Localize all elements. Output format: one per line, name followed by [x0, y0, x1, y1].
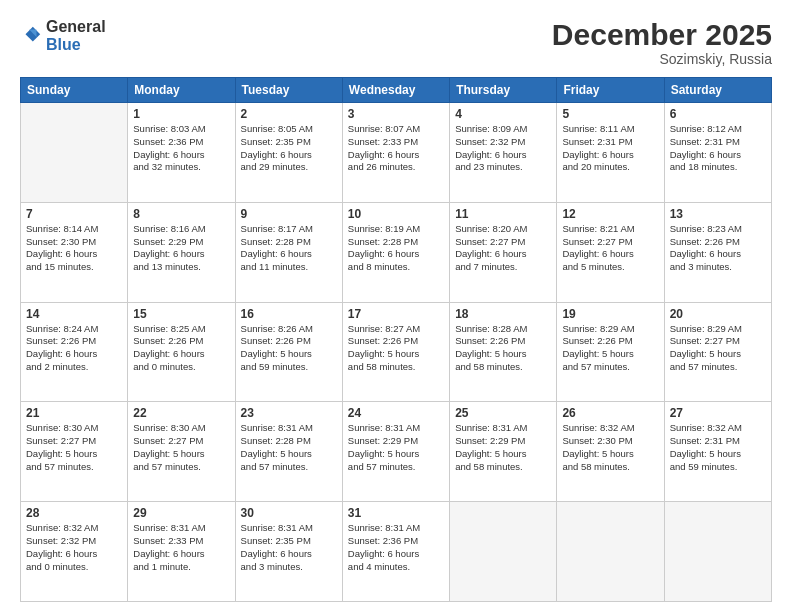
- calendar-day-cell: 30Sunrise: 8:31 AMSunset: 2:35 PMDayligh…: [235, 502, 342, 602]
- calendar-day-cell: [450, 502, 557, 602]
- day-info: Sunrise: 8:25 AMSunset: 2:26 PMDaylight:…: [133, 323, 229, 374]
- day-info: Sunrise: 8:31 AMSunset: 2:33 PMDaylight:…: [133, 522, 229, 573]
- calendar-day-header: Thursday: [450, 78, 557, 103]
- calendar-day-header: Sunday: [21, 78, 128, 103]
- day-info: Sunrise: 8:32 AMSunset: 2:32 PMDaylight:…: [26, 522, 122, 573]
- calendar-day-cell: [557, 502, 664, 602]
- day-number: 18: [455, 307, 551, 321]
- calendar-day-cell: 14Sunrise: 8:24 AMSunset: 2:26 PMDayligh…: [21, 302, 128, 402]
- title-section: December 2025 Sozimskiy, Russia: [552, 18, 772, 67]
- calendar-day-header: Tuesday: [235, 78, 342, 103]
- day-info: Sunrise: 8:27 AMSunset: 2:26 PMDaylight:…: [348, 323, 444, 374]
- day-number: 3: [348, 107, 444, 121]
- header: General Blue December 2025 Sozimskiy, Ru…: [20, 18, 772, 67]
- day-number: 12: [562, 207, 658, 221]
- calendar-day-cell: 19Sunrise: 8:29 AMSunset: 2:26 PMDayligh…: [557, 302, 664, 402]
- calendar-day-cell: 16Sunrise: 8:26 AMSunset: 2:26 PMDayligh…: [235, 302, 342, 402]
- day-number: 21: [26, 406, 122, 420]
- calendar-day-cell: 21Sunrise: 8:30 AMSunset: 2:27 PMDayligh…: [21, 402, 128, 502]
- calendar-day-cell: 31Sunrise: 8:31 AMSunset: 2:36 PMDayligh…: [342, 502, 449, 602]
- calendar-day-header: Saturday: [664, 78, 771, 103]
- day-number: 8: [133, 207, 229, 221]
- day-info: Sunrise: 8:11 AMSunset: 2:31 PMDaylight:…: [562, 123, 658, 174]
- day-info: Sunrise: 8:31 AMSunset: 2:35 PMDaylight:…: [241, 522, 337, 573]
- calendar-day-cell: 25Sunrise: 8:31 AMSunset: 2:29 PMDayligh…: [450, 402, 557, 502]
- calendar-day-cell: 28Sunrise: 8:32 AMSunset: 2:32 PMDayligh…: [21, 502, 128, 602]
- day-number: 10: [348, 207, 444, 221]
- calendar-table: SundayMondayTuesdayWednesdayThursdayFrid…: [20, 77, 772, 602]
- calendar-day-cell: 9Sunrise: 8:17 AMSunset: 2:28 PMDaylight…: [235, 202, 342, 302]
- month-year: December 2025: [552, 18, 772, 51]
- day-number: 24: [348, 406, 444, 420]
- day-number: 26: [562, 406, 658, 420]
- day-info: Sunrise: 8:29 AMSunset: 2:26 PMDaylight:…: [562, 323, 658, 374]
- day-info: Sunrise: 8:32 AMSunset: 2:30 PMDaylight:…: [562, 422, 658, 473]
- logo-blue: Blue: [46, 36, 81, 53]
- calendar-day-cell: 15Sunrise: 8:25 AMSunset: 2:26 PMDayligh…: [128, 302, 235, 402]
- day-info: Sunrise: 8:30 AMSunset: 2:27 PMDaylight:…: [133, 422, 229, 473]
- day-info: Sunrise: 8:05 AMSunset: 2:35 PMDaylight:…: [241, 123, 337, 174]
- calendar-day-cell: 5Sunrise: 8:11 AMSunset: 2:31 PMDaylight…: [557, 103, 664, 203]
- day-number: 5: [562, 107, 658, 121]
- day-info: Sunrise: 8:21 AMSunset: 2:27 PMDaylight:…: [562, 223, 658, 274]
- calendar-day-cell: [664, 502, 771, 602]
- day-number: 27: [670, 406, 766, 420]
- day-number: 7: [26, 207, 122, 221]
- calendar-week-row: 7Sunrise: 8:14 AMSunset: 2:30 PMDaylight…: [21, 202, 772, 302]
- calendar-day-header: Monday: [128, 78, 235, 103]
- day-number: 31: [348, 506, 444, 520]
- logo: General Blue: [20, 18, 106, 54]
- calendar-day-cell: 7Sunrise: 8:14 AMSunset: 2:30 PMDaylight…: [21, 202, 128, 302]
- day-number: 1: [133, 107, 229, 121]
- calendar-week-row: 1Sunrise: 8:03 AMSunset: 2:36 PMDaylight…: [21, 103, 772, 203]
- day-number: 20: [670, 307, 766, 321]
- day-number: 9: [241, 207, 337, 221]
- day-info: Sunrise: 8:19 AMSunset: 2:28 PMDaylight:…: [348, 223, 444, 274]
- calendar-day-cell: 29Sunrise: 8:31 AMSunset: 2:33 PMDayligh…: [128, 502, 235, 602]
- calendar-day-cell: 3Sunrise: 8:07 AMSunset: 2:33 PMDaylight…: [342, 103, 449, 203]
- calendar-day-cell: 6Sunrise: 8:12 AMSunset: 2:31 PMDaylight…: [664, 103, 771, 203]
- day-number: 17: [348, 307, 444, 321]
- logo-icon: [20, 25, 42, 47]
- calendar-day-header: Friday: [557, 78, 664, 103]
- day-info: Sunrise: 8:31 AMSunset: 2:29 PMDaylight:…: [348, 422, 444, 473]
- day-info: Sunrise: 8:12 AMSunset: 2:31 PMDaylight:…: [670, 123, 766, 174]
- day-info: Sunrise: 8:16 AMSunset: 2:29 PMDaylight:…: [133, 223, 229, 274]
- day-info: Sunrise: 8:09 AMSunset: 2:32 PMDaylight:…: [455, 123, 551, 174]
- calendar-day-cell: 11Sunrise: 8:20 AMSunset: 2:27 PMDayligh…: [450, 202, 557, 302]
- day-number: 23: [241, 406, 337, 420]
- day-info: Sunrise: 8:17 AMSunset: 2:28 PMDaylight:…: [241, 223, 337, 274]
- day-number: 28: [26, 506, 122, 520]
- calendar-day-cell: 27Sunrise: 8:32 AMSunset: 2:31 PMDayligh…: [664, 402, 771, 502]
- calendar-day-header: Wednesday: [342, 78, 449, 103]
- day-info: Sunrise: 8:24 AMSunset: 2:26 PMDaylight:…: [26, 323, 122, 374]
- day-info: Sunrise: 8:26 AMSunset: 2:26 PMDaylight:…: [241, 323, 337, 374]
- calendar-day-cell: 1Sunrise: 8:03 AMSunset: 2:36 PMDaylight…: [128, 103, 235, 203]
- day-number: 22: [133, 406, 229, 420]
- day-info: Sunrise: 8:30 AMSunset: 2:27 PMDaylight:…: [26, 422, 122, 473]
- day-info: Sunrise: 8:14 AMSunset: 2:30 PMDaylight:…: [26, 223, 122, 274]
- calendar-day-cell: 23Sunrise: 8:31 AMSunset: 2:28 PMDayligh…: [235, 402, 342, 502]
- calendar-day-cell: 26Sunrise: 8:32 AMSunset: 2:30 PMDayligh…: [557, 402, 664, 502]
- calendar-day-cell: 2Sunrise: 8:05 AMSunset: 2:35 PMDaylight…: [235, 103, 342, 203]
- calendar-week-row: 28Sunrise: 8:32 AMSunset: 2:32 PMDayligh…: [21, 502, 772, 602]
- day-info: Sunrise: 8:28 AMSunset: 2:26 PMDaylight:…: [455, 323, 551, 374]
- day-number: 15: [133, 307, 229, 321]
- calendar-week-row: 21Sunrise: 8:30 AMSunset: 2:27 PMDayligh…: [21, 402, 772, 502]
- day-number: 4: [455, 107, 551, 121]
- location: Sozimskiy, Russia: [552, 51, 772, 67]
- calendar-day-cell: 22Sunrise: 8:30 AMSunset: 2:27 PMDayligh…: [128, 402, 235, 502]
- calendar-day-cell: 12Sunrise: 8:21 AMSunset: 2:27 PMDayligh…: [557, 202, 664, 302]
- logo-general: General: [46, 18, 106, 36]
- calendar-day-cell: 13Sunrise: 8:23 AMSunset: 2:26 PMDayligh…: [664, 202, 771, 302]
- calendar-day-cell: 10Sunrise: 8:19 AMSunset: 2:28 PMDayligh…: [342, 202, 449, 302]
- calendar-day-cell: 20Sunrise: 8:29 AMSunset: 2:27 PMDayligh…: [664, 302, 771, 402]
- page: General Blue December 2025 Sozimskiy, Ru…: [0, 0, 792, 612]
- calendar-day-cell: [21, 103, 128, 203]
- calendar-day-cell: 4Sunrise: 8:09 AMSunset: 2:32 PMDaylight…: [450, 103, 557, 203]
- day-number: 11: [455, 207, 551, 221]
- calendar-week-row: 14Sunrise: 8:24 AMSunset: 2:26 PMDayligh…: [21, 302, 772, 402]
- day-info: Sunrise: 8:20 AMSunset: 2:27 PMDaylight:…: [455, 223, 551, 274]
- day-info: Sunrise: 8:32 AMSunset: 2:31 PMDaylight:…: [670, 422, 766, 473]
- day-number: 2: [241, 107, 337, 121]
